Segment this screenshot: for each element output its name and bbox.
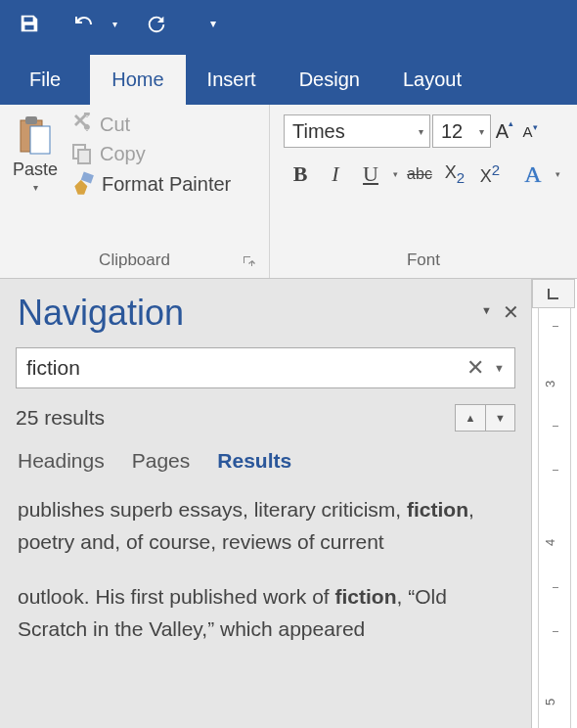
undo-dropdown[interactable]: ▾ [108,19,121,29]
result-stepper: ▲ ▼ [455,404,515,432]
text-effects-dropdown[interactable]: ▾ [552,169,563,179]
chevron-down-icon: ▾ [477,126,486,137]
search-options-dropdown[interactable]: ▼ [490,362,509,374]
quick-access-toolbar: ▾ ▾ [0,0,577,47]
ribbon: Paste ▾ Cut Copy Format Painter Clipbo [0,105,577,279]
svg-rect-4 [78,150,90,163]
format-painter-button[interactable]: Format Painter [70,171,231,197]
navtab-pages[interactable]: Pages [132,449,191,473]
paste-label: Paste [13,159,58,180]
save-button[interactable] [10,4,49,43]
svg-rect-2 [30,126,50,154]
ruler-mark: 4 [543,539,557,546]
vertical-ruler[interactable]: 3 4 5 [538,308,571,728]
tab-design[interactable]: Design [278,55,381,105]
tab-layout[interactable]: Layout [381,55,483,105]
clear-search-button[interactable]: ✕ [461,355,490,381]
tab-selector[interactable] [532,279,575,308]
results-count: 25 results [16,406,105,430]
navigation-options-dropdown[interactable]: ▼ [481,304,492,316]
next-result-button[interactable]: ▼ [485,405,514,431]
navigation-pane: ▼ ✕ Navigation ✕ ▼ 25 results ▲ ▼ Headin… [0,279,531,728]
font-size-combo[interactable]: 12 ▾ [432,114,491,148]
grow-font-button[interactable]: A▴ [493,114,516,148]
navtab-headings[interactable]: Headings [18,449,105,473]
search-result[interactable]: publishes superb essays, literary critic… [16,494,515,558]
navigation-tabs: Headings Pages Results [16,449,515,473]
paste-dropdown[interactable]: ▾ [33,182,38,193]
ruler-mark: 5 [543,699,557,705]
superscript-button[interactable]: X2 [473,158,507,191]
cut-button[interactable]: Cut [70,113,231,136]
text-effects-button[interactable]: A [516,158,550,191]
search-input[interactable] [26,356,461,380]
ruler-mark: 3 [543,381,557,387]
cut-label: Cut [100,114,130,136]
undo-button[interactable] [65,4,104,43]
font-group-label: Font [278,247,569,276]
copy-label: Copy [100,143,146,165]
navtab-results[interactable]: Results [217,449,291,473]
copy-button[interactable]: Copy [70,142,231,165]
format-painter-label: Format Painter [102,173,231,196]
svg-rect-1 [25,116,37,124]
paste-button[interactable]: Paste ▾ [8,111,63,247]
tab-insert[interactable]: Insert [186,55,278,105]
group-clipboard: Paste ▾ Cut Copy Format Painter Clipbo [0,105,270,278]
clipboard-group-label: Clipboard [8,247,261,276]
font-name-combo[interactable]: Times ▾ [284,114,430,148]
underline-button[interactable]: U [354,158,387,191]
chevron-down-icon: ▾ [417,126,425,137]
bold-button[interactable]: B [284,158,317,191]
ruler-area: 3 4 5 [531,279,577,728]
underline-dropdown[interactable]: ▾ [389,169,401,179]
font-name-value: Times [292,120,345,143]
italic-button[interactable]: I [319,158,352,191]
navigation-title: Navigation [18,293,515,334]
search-box[interactable]: ✕ ▼ [16,347,515,388]
tab-file[interactable]: File [0,55,90,105]
clipboard-dialog-launcher[interactable] [242,254,257,270]
ribbon-tabs: File Home Insert Design Layout [0,47,577,105]
tab-home[interactable]: Home [90,55,185,105]
search-result[interactable]: outlook. His first published work of fic… [16,581,515,645]
group-font: Times ▾ 12 ▾ A▴ A▾ B I U ▾ abc [270,105,577,278]
subscript-button[interactable]: X2 [438,158,471,191]
qat-customize-dropdown[interactable]: ▾ [203,17,223,30]
shrink-font-button[interactable]: A▾ [518,114,542,148]
strikethrough-button[interactable]: abc [403,158,436,191]
font-size-value: 12 [441,120,463,143]
navigation-close-button[interactable]: ✕ [503,300,519,324]
redo-button[interactable] [137,4,176,43]
prev-result-button[interactable]: ▲ [456,405,485,431]
